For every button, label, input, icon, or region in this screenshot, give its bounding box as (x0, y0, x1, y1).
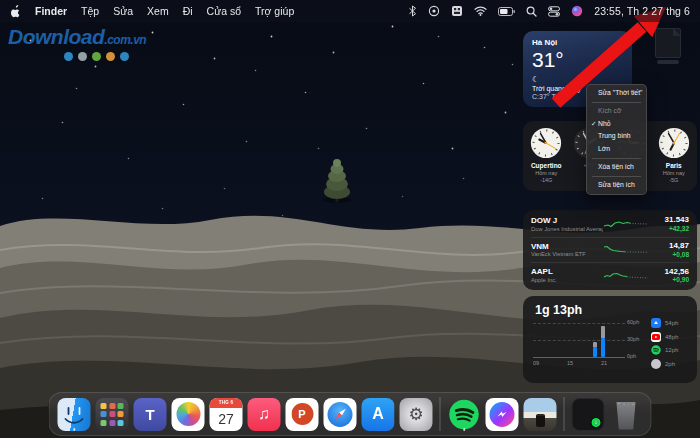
menu-separator (592, 176, 641, 177)
checkmark-icon: ✓ (591, 121, 598, 128)
clock-day-label: Hôm nay (663, 170, 685, 177)
clock-offset-label: -5G (669, 177, 678, 184)
menu-separator (592, 102, 641, 103)
clock-cupertino: Cupertino Hôm nay -14G (525, 126, 568, 191)
stock-row-vnm[interactable]: VNM VanEck Vietnam ETF 14,87 +0,08 (531, 238, 689, 264)
stock-symbol: AAPL (531, 267, 603, 277)
apple-menu-icon[interactable] (10, 5, 21, 18)
analog-clock-icon (657, 126, 691, 160)
menu-item-large[interactable]: Lớn (587, 143, 646, 156)
safari-icon[interactable] (324, 398, 357, 431)
spotlight-icon[interactable] (526, 6, 537, 17)
desktop-file-label (657, 60, 679, 64)
calendar-month: THG 6 (210, 398, 243, 408)
sparkline-chart (603, 243, 649, 257)
launchpad-icon[interactable] (96, 398, 129, 431)
app-usage-row: 12ph (651, 345, 693, 355)
menu-bar-clock[interactable]: 23:55, Th 2 27 thg 6 (594, 5, 690, 17)
stock-symbol: VNM (531, 242, 603, 252)
x-axis-label: 21 (601, 360, 607, 366)
stock-change: +0,08 (649, 251, 689, 259)
menu-item-di[interactable]: Đi (183, 5, 193, 17)
spotify-icon[interactable] (448, 398, 481, 431)
sparkline-chart (603, 217, 649, 231)
menu-item-medium[interactable]: Trung bình (587, 130, 646, 143)
menu-item-tro-giup[interactable]: Trợ giúp (255, 5, 294, 17)
youtube-icon (651, 332, 661, 342)
record-icon[interactable] (428, 5, 440, 17)
weather-temperature: 31° (532, 48, 623, 72)
control-center-icon[interactable] (548, 6, 560, 17)
stock-row-dowj[interactable]: DOW J Dow Jones Industrial Average 31.54… (531, 212, 689, 238)
powerpoint-icon[interactable]: P (286, 398, 319, 431)
usage-bar (593, 323, 597, 357)
generic-app-icon (651, 359, 661, 369)
menu-item-finder[interactable]: Finder (35, 5, 67, 17)
trash-icon[interactable] (610, 398, 643, 431)
menu-item-small[interactable]: ✓Nhỏ (587, 118, 646, 131)
menu-item-tep[interactable]: Tệp (81, 5, 99, 17)
stock-change: +42,32 (649, 225, 689, 233)
app-usage-row: 54ph (651, 318, 693, 328)
y-axis-label: 60ph (627, 319, 639, 325)
menu-item-edit-weather[interactable]: Sửa "Thời tiết" (587, 87, 646, 100)
dock-separator (440, 397, 441, 431)
menu-item-edit-widgets[interactable]: Sửa tiện ích (587, 179, 646, 192)
stock-row-aapl[interactable]: AAPL Apple Inc. 142,56 +0,90 (531, 263, 689, 288)
x-axis-label: 09 (533, 360, 539, 366)
stocks-widget[interactable]: DOW J Dow Jones Industrial Average 31.54… (523, 210, 697, 290)
menu-separator (592, 158, 641, 159)
stock-price: 142,56 (649, 267, 689, 277)
screen-time-widget[interactable]: 1g 13ph 60ph 30ph 0ph 09 15 21 54ph 48 (523, 296, 697, 383)
watermark-main: Download (8, 25, 104, 48)
photo-preview-icon[interactable] (524, 398, 557, 431)
bluetooth-icon[interactable] (408, 5, 417, 17)
spotify-icon (651, 345, 661, 355)
widget-context-menu: Sửa "Thời tiết" Kích cỡ ✓Nhỏ Trung bình … (586, 84, 647, 195)
app-usage-row: 48ph (651, 332, 693, 342)
watermark-suffix: .com.vn (104, 33, 146, 47)
menu-item-sua[interactable]: Sửa (113, 5, 133, 17)
finder-dock-icon[interactable] (58, 398, 91, 431)
desktop: Finder Tệp Sửa Xem Đi Cửa sổ Trợ giúp (0, 0, 700, 438)
app-store-icon[interactable]: A (362, 398, 395, 431)
clock-city-name: Paris (666, 162, 682, 170)
calendar-day: 27 (210, 408, 243, 431)
desktop-file-icon[interactable] (652, 28, 684, 64)
screen-time-total: 1g 13ph (535, 303, 582, 317)
y-axis-label: 0ph (627, 353, 636, 359)
downloaded-file-icon[interactable]: ↓ (572, 398, 605, 431)
menu-bar: Finder Tệp Sửa Xem Đi Cửa sổ Trợ giúp (0, 0, 700, 22)
download-complete-badge: ↓ (592, 418, 601, 427)
app-usage-time: 2ph (665, 361, 675, 367)
watermark-dots (64, 52, 146, 61)
usage-bar (601, 323, 605, 357)
input-source-icon[interactable] (451, 5, 463, 17)
dock-separator (564, 397, 565, 431)
clock-offset-label: -14G (540, 177, 552, 184)
photos-icon[interactable] (172, 398, 205, 431)
clock-city-name: Cupertino (531, 162, 562, 170)
battery-icon[interactable] (498, 7, 515, 16)
stock-symbol: DOW J (531, 216, 603, 226)
microsoft-teams-icon[interactable]: T (134, 398, 167, 431)
stock-name: VanEck Vietnam ETF (531, 251, 603, 258)
screen-time-chart (533, 323, 625, 358)
app-usage-time: 12ph (665, 347, 678, 353)
sparkline-chart (603, 269, 649, 283)
wifi-icon[interactable] (474, 6, 487, 16)
clock-day-label: Hôm nay (535, 170, 557, 177)
clock-paris: Paris Hôm nay -5G (653, 126, 696, 191)
app-usage-row: 2ph (651, 359, 693, 369)
menu-item-xem[interactable]: Xem (147, 5, 169, 17)
music-icon[interactable]: ♫ (248, 398, 281, 431)
menu-item-remove-widget[interactable]: Xóa tiện ích (587, 161, 646, 174)
calendar-icon[interactable]: THG 6 27 (210, 398, 243, 431)
lone-tree (318, 156, 356, 204)
app-usage-time: 48ph (665, 334, 678, 340)
messenger-icon[interactable] (486, 398, 519, 431)
system-preferences-icon[interactable]: ⚙ (400, 398, 433, 431)
siri-icon[interactable] (571, 5, 583, 17)
menu-item-cua-so[interactable]: Cửa sổ (207, 5, 241, 17)
stock-name: Apple Inc. (531, 277, 603, 284)
